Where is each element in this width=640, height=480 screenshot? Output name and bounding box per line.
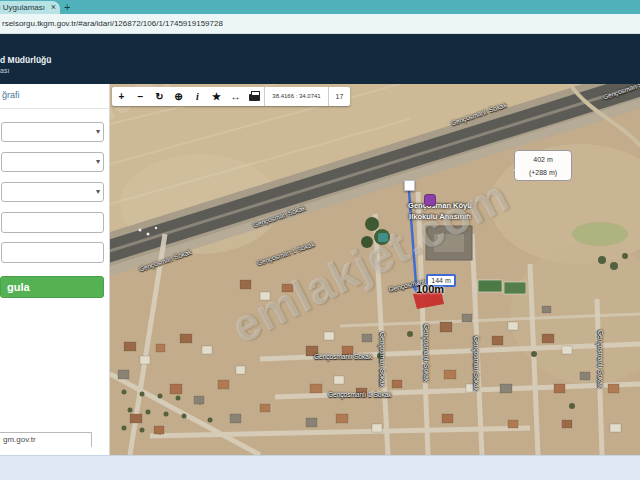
- street-label: Gençosmanlı Sokak: [314, 353, 372, 360]
- print-button[interactable]: [245, 87, 264, 106]
- measure-button[interactable]: ↔: [226, 87, 245, 106]
- screen: u Uygulaması × + rselsorgu.tkgm.gov.tr/#…: [0, 0, 640, 480]
- status-link-preview: gm.gov.tr: [0, 432, 92, 447]
- distance-value: 402 m: [515, 153, 571, 166]
- app-header: d Müdürlüğü ası: [0, 34, 640, 84]
- browser-tab-bar: u Uygulaması × +: [0, 0, 640, 14]
- street-label: Gençosmanlı Sokak: [423, 324, 430, 382]
- district-select[interactable]: ▾: [1, 152, 104, 172]
- chevron-down-icon: ▾: [96, 187, 100, 196]
- browser-tab[interactable]: u Uygulaması ×: [0, 1, 60, 14]
- query-sidebar: ğrafi ▾ ▾ ▾ gula: [0, 84, 110, 455]
- map-toolbar: + − ↻ ⊕ i ★ ↔ 38.4166 : 34.0741 17: [112, 87, 350, 106]
- tab-title: u Uygulaması: [0, 3, 45, 12]
- street-label: Gençosmanlı Sokak: [597, 330, 604, 388]
- query-button[interactable]: gula: [0, 276, 104, 298]
- distance-tooltip: 402 m (+288 m): [514, 150, 572, 181]
- zoom-in-button[interactable]: +: [112, 87, 131, 106]
- info-button[interactable]: i: [188, 87, 207, 106]
- map-marker[interactable]: [404, 180, 415, 191]
- tab-close-icon[interactable]: ×: [51, 2, 56, 12]
- chevron-down-icon: ▾: [96, 127, 100, 136]
- refresh-button[interactable]: ↻: [150, 87, 169, 106]
- favorites-button[interactable]: ★: [207, 87, 226, 106]
- province-select[interactable]: ▾: [1, 122, 104, 142]
- street-label: Gençosmanlı 1 Sokak: [328, 391, 392, 398]
- coordinates-display: 38.4166 : 34.0741: [264, 87, 328, 106]
- app-subtitle: ası: [0, 67, 9, 74]
- url-text[interactable]: rselsorgu.tkgm.gov.tr/#ara/idari/126872/…: [2, 19, 223, 28]
- street-label: Gençosman Sokak: [379, 332, 386, 387]
- sidebar-section-label[interactable]: ğrafi: [2, 90, 20, 100]
- elevation-delta: (+288 m): [515, 166, 571, 179]
- chevron-down-icon: ▾: [96, 157, 100, 166]
- map-canvas[interactable]: Gençosmanlı Sokak Gençosman Sokak Genços…: [110, 84, 640, 455]
- new-tab-button[interactable]: +: [64, 1, 70, 13]
- zoom-level-display: 17: [328, 87, 350, 106]
- app-title: d Müdürlüğü: [0, 55, 51, 65]
- neighborhood-select[interactable]: ▾: [1, 182, 104, 202]
- printer-icon: [249, 94, 260, 101]
- street-label: Gençosman Sokak: [473, 336, 480, 391]
- divider: [0, 108, 110, 109]
- parcel-input[interactable]: [1, 242, 104, 263]
- pan-button[interactable]: ⊕: [169, 87, 188, 106]
- url-bar[interactable]: rselsorgu.tkgm.gov.tr/#ara/idari/126872/…: [0, 14, 640, 34]
- parcel-dimension-label: 100m: [416, 283, 444, 295]
- windows-taskbar: [0, 455, 640, 480]
- block-input[interactable]: [1, 212, 104, 233]
- zoom-out-button[interactable]: −: [131, 87, 150, 106]
